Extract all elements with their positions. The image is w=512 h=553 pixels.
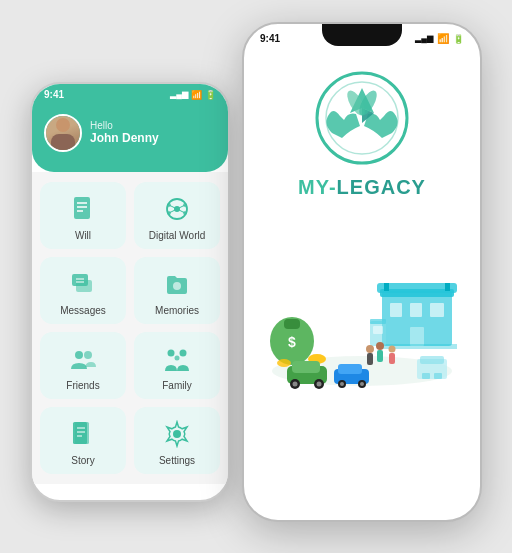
svg-rect-49 [410,303,422,317]
left-time: 9:41 [44,89,64,100]
logo-my: MY- [298,176,337,199]
battery-icon-left: 🔋 [205,90,216,100]
svg-rect-47 [445,283,450,291]
story-label: Story [71,455,94,466]
svg-point-70 [376,342,384,350]
logo-text: MY-LEGACY [298,176,426,199]
grid-item-story[interactable]: Story [40,407,126,474]
svg-rect-55 [373,326,383,334]
grid-item-family[interactable]: Family [134,332,220,399]
left-status-icons: ▂▄▆ 📶 🔋 [170,90,216,100]
friends-label: Friends [66,380,99,391]
messages-icon [66,267,100,301]
grid-item-digital-world[interactable]: Digital World [134,182,220,249]
right-status-icons: ▂▄▆ 📶 🔋 [415,33,464,44]
phone-right: 9:41 ▂▄▆ 📶 🔋 [242,22,482,522]
svg-point-21 [168,349,175,356]
svg-rect-76 [422,373,430,379]
svg-point-67 [360,382,364,386]
wifi-icon: 📶 [191,90,202,100]
settings-icon [160,417,194,451]
settings-label: Settings [159,455,195,466]
svg-rect-0 [74,197,90,219]
avatar-body [51,134,75,150]
will-label: Will [75,230,91,241]
digital-world-icon [160,192,194,226]
svg-point-22 [180,349,187,356]
right-wifi-icon: 📶 [437,33,449,44]
greeting-hello: Hello [90,120,159,131]
svg-point-61 [317,381,322,386]
grid-item-messages[interactable]: Messages [40,257,126,324]
family-label: Family [162,380,191,391]
greeting-name: John Denny [90,131,159,145]
grid-item-settings[interactable]: Settings [134,407,220,474]
family-icon [160,342,194,376]
right-signal-icon: ▂▄▆ [415,34,433,43]
grid-item-memories[interactable]: Memories [134,257,220,324]
logo-container: MY-LEGACY [298,68,426,199]
avatar-person [46,114,80,150]
memories-icon [160,267,194,301]
avatar-head [56,118,70,132]
svg-point-68 [366,345,374,353]
left-status-bar: 9:41 ▂▄▆ 📶 🔋 [32,84,228,106]
avatar [44,114,82,152]
avatar-image [46,116,80,150]
svg-point-59 [293,381,298,386]
svg-rect-46 [384,283,389,291]
svg-rect-63 [338,364,362,374]
story-icon [66,417,100,451]
grid-item-friends[interactable]: Friends [40,332,126,399]
svg-rect-48 [390,303,402,317]
notch [322,24,402,46]
svg-rect-77 [434,373,442,379]
memories-label: Memories [155,305,199,316]
svg-rect-73 [389,353,395,364]
messages-label: Messages [60,305,106,316]
digital-world-label: Digital World [149,230,206,241]
app-grid: Will [32,172,228,484]
svg-point-65 [340,382,344,386]
svg-point-20 [84,351,92,359]
grid-item-will[interactable]: Will [40,182,126,249]
svg-point-23 [175,355,180,360]
right-battery-icon: 🔋 [453,34,464,44]
illustration: $ [262,211,462,391]
svg-rect-25 [75,422,89,444]
svg-text:$: $ [288,334,296,350]
svg-rect-69 [367,353,373,365]
svg-rect-38 [284,319,300,329]
signal-icon: ▂▄▆ [170,90,188,99]
left-header: Hello John Denny [32,106,228,172]
phone-left: 9:41 ▂▄▆ 📶 🔋 Hello John Denny [30,82,230,502]
illustration-svg: $ [262,211,462,391]
scene: 9:41 ▂▄▆ 📶 🔋 Hello John Denny [0,0,512,553]
greeting-block: Hello John Denny [90,120,159,145]
svg-rect-51 [410,327,424,346]
right-time: 9:41 [260,33,280,44]
right-content: MY-LEGACY $ [244,50,480,391]
svg-point-19 [75,351,83,359]
will-icon [66,192,100,226]
svg-rect-50 [430,303,444,317]
svg-rect-71 [377,350,383,362]
logo-graphic [312,68,412,168]
svg-point-42 [277,359,291,367]
svg-point-72 [389,345,396,352]
svg-rect-57 [292,361,320,373]
svg-rect-75 [420,356,444,364]
svg-point-29 [173,430,181,438]
svg-rect-54 [370,319,386,324]
logo-legacy: LEGACY [337,176,426,199]
svg-point-18 [173,282,181,290]
friends-icon [66,342,100,376]
